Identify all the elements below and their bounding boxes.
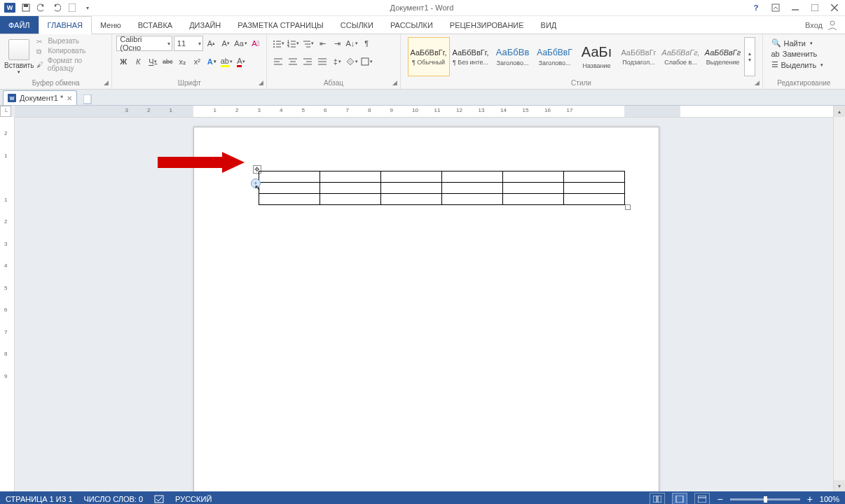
style-item-2[interactable]: АаБбВвЗаголово... — [492, 37, 534, 76]
svg-point-11 — [273, 43, 275, 45]
annotation-arrow — [158, 152, 249, 173]
vertical-ruler[interactable]: 21123456789 — [0, 117, 15, 491]
paragraph-dialog-icon[interactable]: ◢ — [392, 79, 397, 86]
close-tab-icon[interactable]: ✕ — [67, 94, 72, 102]
align-left-button[interactable] — [271, 54, 285, 69]
minimize-icon[interactable] — [790, 3, 800, 13]
subscript-button[interactable]: x₂ — [175, 54, 189, 69]
font-name-combo[interactable]: Calibri (Осно — [116, 36, 172, 51]
status-proofing-icon[interactable] — [154, 494, 164, 504]
grow-font-button[interactable]: A▴ — [205, 36, 218, 51]
zoom-in-button[interactable]: + — [807, 493, 813, 504]
document-table[interactable] — [259, 171, 625, 205]
style-item-0[interactable]: АаБбВвГг,¶ Обычный — [408, 37, 450, 76]
replace-button[interactable]: abЗаменить — [771, 50, 824, 58]
table-row[interactable] — [259, 172, 625, 183]
align-right-button[interactable] — [301, 54, 315, 69]
clipboard-dialog-icon[interactable]: ◢ — [104, 79, 109, 86]
underline-button[interactable]: Ч — [146, 54, 160, 69]
table-row[interactable] — [259, 194, 625, 205]
table-row[interactable] — [259, 183, 625, 194]
text-effects-button[interactable]: A — [205, 54, 219, 69]
tab-review[interactable]: РЕЦЕНЗИРОВАНИЕ — [441, 16, 533, 34]
view-read-button[interactable] — [650, 493, 665, 504]
document-page[interactable]: ✥ + ↖ — [193, 127, 659, 491]
user-icon[interactable] — [827, 20, 838, 31]
sort-button[interactable]: A↓ — [345, 36, 359, 51]
tab-selector-button[interactable]: └ — [0, 106, 11, 117]
multilevel-button[interactable] — [301, 36, 315, 51]
format-painter-button[interactable]: 🖌Формат по образцу — [36, 57, 107, 72]
view-print-button[interactable] — [672, 493, 687, 504]
line-spacing-button[interactable]: ‡ — [330, 54, 344, 69]
qat-save-icon[interactable] — [21, 3, 31, 13]
paste-button[interactable]: Вставить ▾ — [4, 36, 34, 78]
numbering-button[interactable]: 123 — [286, 36, 300, 51]
tab-menu[interactable]: Меню — [92, 16, 130, 34]
zoom-out-button[interactable]: − — [717, 493, 722, 504]
qat-dropdown-icon[interactable]: ▾ — [83, 3, 92, 13]
styles-dialog-icon[interactable]: ◢ — [755, 79, 760, 86]
indent-decrease-button[interactable]: ⇤ — [315, 36, 329, 51]
style-item-6[interactable]: АаБбВвГг,Слабое в... — [660, 37, 702, 76]
ribbon-display-icon[interactable] — [771, 3, 781, 13]
vertical-scrollbar[interactable]: ▴ ▾ — [833, 106, 845, 491]
align-center-button[interactable] — [286, 54, 300, 69]
tab-insert[interactable]: ВСТАВКА — [130, 16, 181, 34]
select-button[interactable]: ☰Выделить▾ — [771, 60, 824, 69]
borders-button[interactable] — [359, 54, 373, 69]
superscript-button[interactable]: x² — [190, 54, 204, 69]
scroll-down-icon[interactable]: ▾ — [834, 480, 845, 491]
styles-expand-button[interactable]: ▴▾ — [744, 37, 755, 76]
scroll-up-icon[interactable]: ▴ — [834, 106, 845, 117]
status-language[interactable]: РУССКИЙ — [175, 495, 212, 503]
help-icon[interactable]: ? — [751, 3, 761, 13]
status-word-count[interactable]: ЧИСЛО СЛОВ: 0 — [84, 495, 144, 503]
find-button[interactable]: 🔍Найти▾ — [771, 38, 824, 48]
table-resize-handle-icon[interactable] — [625, 204, 631, 210]
tab-view[interactable]: ВИД — [533, 16, 565, 34]
tab-home[interactable]: ГЛАВНАЯ — [39, 16, 92, 34]
close-icon[interactable] — [830, 3, 839, 13]
styles-gallery[interactable]: АаБбВвГг,¶ ОбычныйАаБбВвГг,¶ Без инте...… — [405, 36, 758, 78]
new-document-tab-button[interactable] — [81, 94, 94, 105]
style-item-7[interactable]: АаБбВвГгВыделение — [702, 37, 744, 76]
bullets-button[interactable] — [271, 36, 285, 51]
tab-file[interactable]: ФАЙЛ — [0, 16, 39, 34]
view-web-button[interactable] — [694, 493, 710, 504]
strike-button[interactable]: abc — [160, 54, 174, 69]
document-tab[interactable]: W Документ1 * ✕ — [3, 90, 77, 105]
cut-button[interactable]: ✂Вырезать — [36, 37, 107, 45]
font-size-combo[interactable]: 11 — [174, 36, 203, 51]
style-item-4[interactable]: АаБıНазвание — [576, 37, 618, 76]
tab-layout[interactable]: РАЗМЕТКА СТРАНИЦЫ — [229, 16, 331, 34]
bold-button[interactable]: Ж — [116, 54, 130, 69]
qat-new-icon[interactable] — [67, 3, 77, 13]
tab-mailings[interactable]: РАССЫЛКИ — [382, 16, 441, 34]
tab-references[interactable]: ССЫЛКИ — [332, 16, 382, 34]
change-case-button[interactable]: Aa — [234, 36, 248, 51]
clear-format-button[interactable]: A⃠ — [249, 36, 263, 51]
qat-undo-icon[interactable] — [36, 3, 46, 13]
italic-button[interactable]: К — [131, 54, 145, 69]
font-color-button[interactable]: A — [234, 54, 248, 69]
tab-design[interactable]: ДИЗАЙН — [181, 16, 229, 34]
style-item-5[interactable]: АаБбВвГгПодзагол... — [618, 37, 660, 76]
copy-button[interactable]: ⧉Копировать — [36, 47, 107, 55]
maximize-icon[interactable] — [810, 3, 820, 13]
zoom-level[interactable]: 100% — [820, 495, 839, 503]
horizontal-ruler[interactable]: 3211234567891011121314151617 — [15, 106, 833, 118]
style-item-3[interactable]: АаБбВвГЗаголово... — [534, 37, 576, 76]
qat-redo-icon[interactable] — [52, 3, 62, 13]
show-marks-button[interactable]: ¶ — [359, 36, 373, 51]
indent-increase-button[interactable]: ⇥ — [330, 36, 344, 51]
highlight-button[interactable]: ab — [219, 54, 233, 69]
align-justify-button[interactable] — [315, 54, 329, 69]
status-page[interactable]: СТРАНИЦА 1 ИЗ 1 — [6, 495, 73, 503]
font-dialog-icon[interactable]: ◢ — [259, 79, 263, 86]
login-label[interactable]: Вход — [805, 21, 823, 29]
shading-button[interactable] — [345, 54, 359, 69]
shrink-font-button[interactable]: A▾ — [219, 36, 233, 51]
style-item-1[interactable]: АаБбВвГг,¶ Без инте... — [450, 37, 492, 76]
zoom-slider[interactable] — [730, 498, 800, 500]
